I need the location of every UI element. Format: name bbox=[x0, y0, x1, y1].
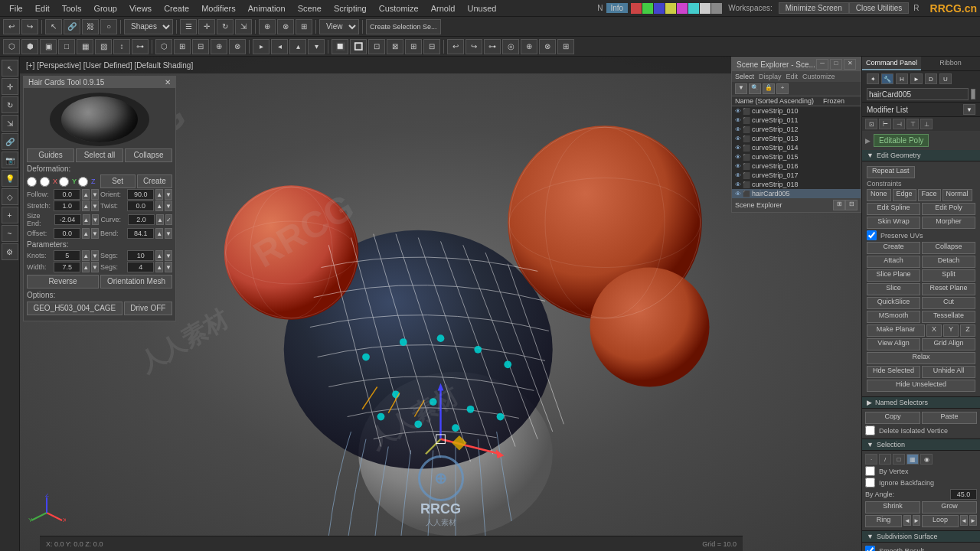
selection-toggle[interactable]: ▼ Selection bbox=[862, 439, 980, 451]
toolbar2-btn14[interactable]: ▸ bbox=[253, 39, 270, 54]
segs1-input[interactable] bbox=[127, 250, 154, 261]
orientation-mesh-btn[interactable]: Orientation Mesh bbox=[100, 275, 172, 289]
se-search-btn[interactable]: 🔍 bbox=[749, 83, 761, 94]
ep-expand-icon[interactable]: ▶ bbox=[865, 137, 871, 145]
hide-unselected-btn[interactable]: Hide Unselected bbox=[867, 380, 975, 392]
geo-cage-btn[interactable]: GEO_H503_004_CAGE bbox=[27, 302, 122, 315]
se-item-1[interactable]: 👁 ⬛ curveStrip_011 bbox=[732, 116, 861, 125]
unlink-btn[interactable]: ⛓ bbox=[82, 19, 99, 34]
ignore-backfacing-check[interactable] bbox=[865, 478, 875, 487]
viewport[interactable]: [+] [Perspective] [User Defined] [Defaul… bbox=[20, 57, 861, 551]
toolbar2-btn9[interactable]: ⬡ bbox=[155, 39, 172, 54]
segs2-up[interactable]: ▲ bbox=[155, 262, 163, 272]
lt-systems[interactable]: ⚙ bbox=[2, 243, 18, 260]
menu-arnold[interactable]: Arnold bbox=[425, 2, 462, 15]
segs1-up[interactable]: ▲ bbox=[155, 250, 163, 261]
tab-command-panel[interactable]: Command Panel bbox=[862, 57, 921, 70]
se-close-btn[interactable]: ✕ bbox=[844, 59, 856, 70]
deform-radio-z[interactable] bbox=[78, 177, 88, 187]
toolbar2-btn29[interactable]: ⊗ bbox=[539, 39, 556, 54]
collapse-btn[interactable]: Collapse bbox=[125, 148, 172, 162]
view-align-btn[interactable]: View Align bbox=[867, 338, 920, 350]
menu-unused[interactable]: Unused bbox=[461, 2, 502, 15]
toolbar2-btn24[interactable]: ↩ bbox=[447, 39, 464, 54]
mod-icon-2[interactable]: ⊢ bbox=[879, 119, 891, 129]
sizeend-input[interactable] bbox=[54, 214, 81, 225]
orient-up[interactable]: ▲ bbox=[155, 189, 163, 200]
menu-views[interactable]: Views bbox=[123, 2, 158, 15]
scale-btn[interactable]: ⇲ bbox=[235, 19, 252, 34]
se-item-9-selected[interactable]: 👁 ⬛ hairCard005 bbox=[732, 189, 861, 198]
knots-up[interactable]: ▲ bbox=[82, 250, 90, 261]
se-item-2[interactable]: 👁 ⬛ curveStrip_012 bbox=[732, 125, 861, 134]
toolbar2-btn2[interactable]: ⬢ bbox=[21, 39, 38, 54]
toolbar2-btn4[interactable]: □ bbox=[58, 39, 75, 54]
morpher-btn[interactable]: Morpher bbox=[922, 217, 975, 229]
shapes-dropdown[interactable]: Shapes bbox=[124, 19, 173, 34]
toolbar2-btn30[interactable]: ⊞ bbox=[557, 39, 574, 54]
se-add-btn[interactable]: + bbox=[776, 83, 789, 94]
lt-scale[interactable]: ⇲ bbox=[2, 115, 18, 132]
object-color-btn[interactable] bbox=[971, 89, 975, 99]
toolbar2-btn11[interactable]: ⊟ bbox=[192, 39, 209, 54]
toolbar2-btn18[interactable]: 🔲 bbox=[332, 39, 348, 54]
quickslice-btn[interactable]: QuickSlice bbox=[867, 297, 920, 309]
loop-sp2[interactable]: ► bbox=[969, 515, 977, 526]
segs1-down[interactable]: ▼ bbox=[165, 250, 172, 261]
toolbar2-btn22[interactable]: ⊞ bbox=[405, 39, 422, 54]
se-maximize-btn[interactable]: □ bbox=[830, 59, 842, 70]
slice-btn[interactable]: Slice bbox=[867, 283, 920, 295]
knots-input[interactable] bbox=[54, 250, 80, 261]
curve-check[interactable]: ✓ bbox=[165, 214, 172, 225]
sel-border-icon[interactable]: □ bbox=[893, 454, 905, 465]
mod-icon-1[interactable]: ⊡ bbox=[865, 119, 877, 129]
create-geom-btn[interactable]: Create bbox=[867, 242, 920, 254]
modifier-list-dropdown[interactable]: ▼ bbox=[963, 104, 975, 115]
lt-space-warps[interactable]: ~ bbox=[2, 225, 18, 242]
bend-down[interactable]: ▼ bbox=[165, 228, 172, 239]
bind-btn[interactable]: ○ bbox=[100, 19, 117, 34]
orient-down[interactable]: ▼ bbox=[165, 189, 172, 200]
se-item-4[interactable]: 👁 ⬛ curveStrip_014 bbox=[732, 143, 861, 152]
sel-elem-icon[interactable]: ◉ bbox=[920, 454, 933, 465]
se-footer-btn2[interactable]: ⊟ bbox=[845, 200, 858, 210]
se-lock-btn[interactable]: 🔒 bbox=[763, 83, 775, 94]
hierarchy-icon[interactable]: H bbox=[896, 73, 908, 84]
constraint-edge[interactable]: Edge bbox=[893, 189, 916, 201]
create-icon[interactable]: ✦ bbox=[867, 73, 879, 84]
menu-tools[interactable]: Tools bbox=[56, 2, 88, 15]
mod-icon-5[interactable]: ⊥ bbox=[920, 119, 933, 129]
cut-btn[interactable]: Cut bbox=[922, 297, 975, 309]
menu-modifiers[interactable]: Modifiers bbox=[195, 2, 242, 15]
toolbar2-btn15[interactable]: ◂ bbox=[271, 39, 288, 54]
toolbar2-btn10[interactable]: ⊞ bbox=[174, 39, 191, 54]
link-btn[interactable]: 🔗 bbox=[64, 19, 80, 34]
width-input[interactable] bbox=[54, 262, 80, 272]
toolbar2-btn20[interactable]: ⊡ bbox=[368, 39, 385, 54]
lt-shapes[interactable]: ◇ bbox=[2, 188, 18, 205]
snap3-btn[interactable]: ⊞ bbox=[296, 19, 312, 34]
toolbar2-btn26[interactable]: ⊶ bbox=[484, 39, 501, 54]
toolbar2-btn7[interactable]: ↕ bbox=[113, 39, 130, 54]
toolbar2-btn27[interactable]: ◎ bbox=[502, 39, 519, 54]
twist-input[interactable] bbox=[127, 201, 154, 211]
reset-plane-btn[interactable]: Reset Plane bbox=[922, 283, 975, 295]
toolbar2-btn28[interactable]: ⊕ bbox=[521, 39, 537, 54]
by-angle-input[interactable] bbox=[950, 489, 977, 500]
slice-plane-btn[interactable]: Slice Plane bbox=[867, 269, 920, 282]
smooth-result-check[interactable] bbox=[865, 546, 875, 551]
segs2-input[interactable] bbox=[127, 262, 154, 272]
create-selection-btn[interactable]: Create Selection Se... bbox=[366, 19, 441, 34]
close-utilities-btn[interactable]: Close Utilities bbox=[849, 2, 910, 14]
delete-isolated-check[interactable] bbox=[865, 425, 875, 435]
ep-modifier-entry[interactable]: Editable Poly bbox=[874, 134, 929, 147]
lt-rotate[interactable]: ↻ bbox=[2, 96, 18, 113]
paste-btn[interactable]: Paste bbox=[922, 412, 977, 424]
toolbar2-btn12[interactable]: ⊕ bbox=[211, 39, 227, 54]
follow-down[interactable]: ▼ bbox=[91, 189, 99, 200]
sel-edge-icon[interactable]: / bbox=[879, 454, 891, 465]
loop-btn[interactable]: Loop bbox=[922, 515, 959, 527]
rotate-btn[interactable]: ↻ bbox=[217, 19, 234, 34]
ring-sp2[interactable]: ► bbox=[913, 515, 920, 526]
select-filter[interactable]: ☰ bbox=[180, 19, 197, 34]
